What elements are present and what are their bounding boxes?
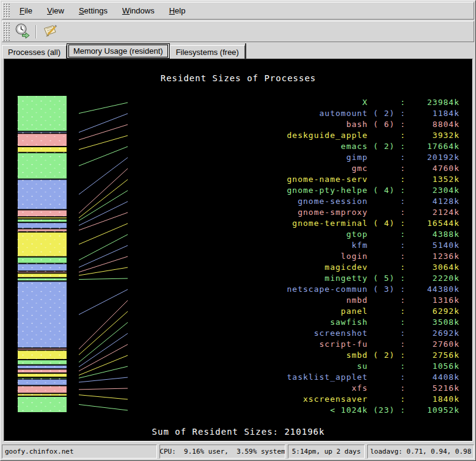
menu-view[interactable]: View	[40, 4, 71, 18]
bar-segment-su	[18, 377, 67, 379]
bar-segment-gnome-name-serv	[18, 217, 67, 219]
bar-segment-mingetty	[18, 278, 67, 280]
connector-line-gnome-smproxy	[79, 212, 128, 230]
connector-line-sawfish	[79, 322, 128, 362]
process-row-deskguide-apple: deskguide_apple : 3932k	[287, 130, 460, 141]
bar-segment-x	[18, 96, 67, 131]
connector-line-gnome-pty-helpe	[79, 191, 128, 220]
tab-processes-all[interactable]: Processes (all)	[2, 45, 67, 59]
bar-segment-screenshot	[18, 365, 67, 369]
bar-segment-smbd	[18, 374, 67, 377]
toolbar	[2, 21, 474, 42]
bar-segment-xfs	[18, 386, 67, 393]
tab-label: Processes (all)	[8, 48, 60, 57]
process-row-gnome-name-serv: gnome-name-serv : 1352k	[287, 174, 460, 185]
connector-line-automount	[79, 114, 128, 132]
process-row-automount: automount ( 2) : 1184k	[287, 108, 460, 119]
tab-filesystems-free[interactable]: Filesystems (free)	[170, 45, 245, 59]
connector-line-magicdev	[79, 267, 128, 275]
connector-line-screenshot	[79, 333, 128, 367]
gtop-window: FileViewSettingsWindowsHelp	[0, 0, 476, 461]
menu-items: FileViewSettingsWindowsHelp	[12, 2, 192, 19]
process-row-script-fu: script-fu : 2760k	[287, 339, 460, 350]
menu-settings[interactable]: Settings	[71, 4, 115, 18]
bar-segment-gimp	[18, 180, 67, 209]
bar-segment-sawfish	[18, 360, 67, 365]
process-row-gmc: gmc : 4760k	[287, 163, 460, 174]
note-pencil-icon	[42, 23, 59, 41]
bar-segment-deskguide-apple	[18, 147, 67, 153]
connector-line-gnome-session	[79, 201, 128, 225]
bar-segment-netscape-commun	[18, 281, 67, 348]
toolbar-note-button[interactable]	[40, 23, 60, 41]
process-row-nmbd: nmbd : 1316k	[287, 295, 460, 306]
sum-label: Sum of Resident Sizes: 210196k	[4, 427, 472, 437]
bar-segment-gnome-session	[18, 223, 67, 228]
bar-segment-xscreensaver	[18, 394, 67, 396]
process-row-gnome-smproxy: gnome-smproxy : 2124k	[287, 207, 460, 218]
connector-line-1024k	[79, 404, 128, 410]
bar-segment-1024k	[18, 396, 67, 412]
hostname-panel: goofy.chinfox.net	[2, 445, 157, 459]
process-row-gimp: gimp : 20192k	[287, 152, 460, 163]
menubar-grip-handle[interactable]	[3, 3, 10, 18]
menu-help[interactable]: Help	[162, 4, 193, 18]
status-bar: goofy.chinfox.net CPU: 9.16% user, 3.59%…	[2, 445, 474, 459]
process-row-xfs: xfs : 5216k	[287, 383, 460, 394]
bar-segment-magicdev	[18, 274, 67, 278]
process-row-x: X : 23984k	[287, 97, 460, 108]
bar-segment-gmc	[18, 210, 67, 217]
bar-segment-gnome-terminal	[18, 232, 67, 256]
process-row-kfm: kfm : 5140k	[287, 240, 460, 251]
toolbar-clock-button[interactable]	[12, 23, 32, 41]
process-row-smbd: smbd ( 2) : 2756k	[287, 350, 460, 361]
connector-line-gnome-terminal	[79, 223, 128, 244]
process-row-1024k: < 1024k (23) : 10952k	[287, 405, 460, 416]
bar-segment-script-fu	[18, 369, 67, 373]
time-uptime-text: 5:14pm, up 2 days	[292, 448, 361, 456]
process-row-screenshot: screenshot : 2692k	[287, 328, 460, 339]
menu-file[interactable]: File	[12, 4, 40, 18]
tab-bar: Processes (all)Memory Usage (resident)Fi…	[2, 43, 246, 59]
tab-label: Memory Usage (resident)	[68, 45, 168, 57]
bar-segment-kfm	[18, 264, 67, 271]
bar-segment-gnome-pty-helpe	[18, 219, 67, 222]
process-row-tasklist-applet: tasklist_applet : 4408k	[287, 372, 460, 383]
connector-line-gmc	[79, 169, 128, 213]
bar-segment-tasklist-applet	[18, 379, 67, 385]
connector-line-nmbd	[79, 300, 128, 349]
process-row-login: login : 1236k	[287, 251, 460, 262]
menu-windows[interactable]: Windows	[115, 4, 162, 18]
connector-line-mingetty	[79, 278, 128, 280]
bar-segment-gtop	[18, 257, 67, 263]
process-row-mingetty: mingetty ( 5) : 2220k	[287, 273, 460, 284]
toolbar-separator	[35, 25, 37, 38]
process-row-bash: bash ( 6) : 8804k	[287, 119, 460, 130]
hostname-text: goofy.chinfox.net	[5, 448, 74, 456]
process-row-panel: panel : 6292k	[287, 306, 460, 317]
process-row-su: su : 1056k	[287, 361, 460, 372]
connector-line-gnome-name-serv	[79, 180, 128, 218]
tab-label: Filesystems (free)	[176, 48, 239, 57]
time-uptime-panel: 5:14pm, up 2 days	[288, 445, 365, 459]
connector-line-netscape-commun	[79, 289, 128, 314]
process-row-gnome-pty-helpe: gnome-pty-helpe ( 4) : 2304k	[287, 185, 460, 196]
bar-segment-gnome-smproxy	[18, 229, 67, 231]
bar-segment-bash	[18, 134, 67, 147]
process-row-gnome-session: gnome-session : 4128k	[287, 196, 460, 207]
process-row-netscape-commun: netscape-commun ( 3) : 44380k	[287, 284, 460, 295]
bar-segment-automount	[18, 132, 67, 133]
process-row-gnome-terminal: gnome-terminal ( 4) : 16544k	[287, 218, 460, 229]
tab-memory-usage-resident[interactable]: Memory Usage (resident)	[67, 43, 170, 59]
bar-segment-emacs	[18, 153, 67, 179]
bar-segment-login	[18, 272, 67, 273]
bar-segment-nmbd	[18, 349, 67, 350]
memory-usage-chart: Resident Sizes of Processes X : 23984k a…	[4, 59, 473, 441]
toolbar-grip-handle[interactable]	[3, 22, 10, 41]
process-row-sawfish: sawfish : 3508k	[287, 317, 460, 328]
loadavg-text: loadavg: 0.71, 0.94, 0.98	[370, 448, 472, 456]
clock-forward-icon	[14, 23, 31, 41]
cpu-usage-text: CPU: 9.16% user, 3.59% system	[159, 448, 285, 456]
loadavg-panel: loadavg: 0.71, 0.94, 0.98	[367, 445, 474, 459]
process-row-xscreensaver: xscreensaver : 1840k	[287, 394, 460, 405]
